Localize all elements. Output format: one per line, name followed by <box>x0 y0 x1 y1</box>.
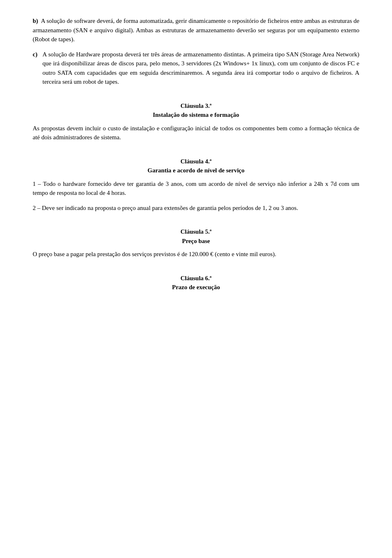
clause-3-subtitle: Instalação do sistema e formação <box>33 110 359 120</box>
clause-6-block: Cláusula 6.ª Prazo de execução <box>33 274 359 292</box>
clause-4-subtitle: Garantia e acordo de nível de serviço <box>33 166 359 175</box>
paragraph-c-label: c) <box>33 50 41 59</box>
clause-3-heading: Cláusula 3.ª Instalação do sistema e for… <box>33 101 359 120</box>
paragraph-b: b) A solução de software deverá, de form… <box>33 16 359 44</box>
clause-3-block: Cláusula 3.ª Instalação do sistema e for… <box>33 101 359 142</box>
paragraph-c: c) A solução de Hardware proposta deverá… <box>33 50 359 87</box>
clause-5-block: Cláusula 5.ª Preço base O preço base a p… <box>33 227 359 259</box>
clause-3-title: Cláusula 3.ª <box>33 101 359 111</box>
clause-4-title: Cláusula 4.ª <box>33 157 359 166</box>
clause-5-title: Cláusula 5.ª <box>33 227 359 237</box>
clause-5-subtitle: Preço base <box>33 237 359 246</box>
clause-4-heading: Cláusula 4.ª Garantia e acordo de nível … <box>33 157 359 175</box>
clause-6-title: Cláusula 6.ª <box>33 274 359 283</box>
clause-6-subtitle: Prazo de execução <box>33 283 359 292</box>
clause-4-item-2: 2 – Deve ser indicado na proposta o preç… <box>33 203 359 213</box>
clause-5-heading: Cláusula 5.ª Preço base <box>33 227 359 246</box>
clause-4-block: Cláusula 4.ª Garantia e acordo de nível … <box>33 157 359 213</box>
paragraph-c-text: A solução de Hardware proposta deverá te… <box>42 50 359 87</box>
document-body: b) A solução de software deverá, de form… <box>33 16 359 292</box>
clause-3-body: As propostas devem incluir o custo de in… <box>33 124 359 142</box>
paragraph-b-text: b) A solução de software deverá, de form… <box>33 18 359 42</box>
clause-4-item-1: 1 – Todo o hardware fornecido deve ter g… <box>33 179 359 198</box>
clause-5-body: O preço base a pagar pela prestação dos … <box>33 250 359 259</box>
clause-6-heading: Cláusula 6.ª Prazo de execução <box>33 274 359 292</box>
